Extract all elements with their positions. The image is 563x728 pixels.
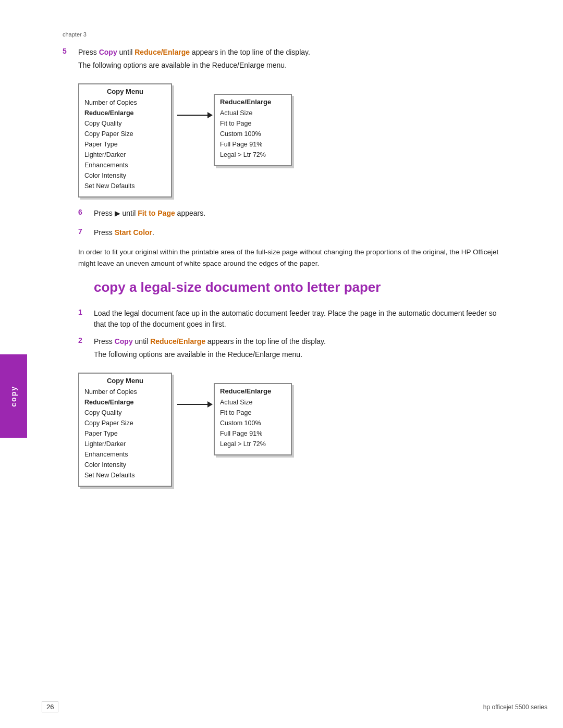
sub1-item-4: Legal > Ltr 72% (220, 150, 286, 160)
copy-menu-box-2: Copy Menu Number of Copies Reduce/Enlarg… (78, 373, 172, 487)
step2s2-text-after: appears in the top line of the display. (205, 337, 326, 346)
sub2-item-3: Full Page 91% (220, 428, 286, 439)
step2s2-reduce-enlarge: Reduce/Enlarge (150, 337, 205, 346)
step-6-text: Press ▶ until Fit to Page appears. (94, 208, 500, 221)
reduce-enlarge-box-1: Reduce/Enlarge Actual Size Fit to Page C… (214, 94, 292, 166)
info-paragraph: In order to fit your original within the… (78, 246, 500, 269)
step6-fit-to-page: Fit to Page (138, 209, 175, 217)
step7-text-after: . (152, 228, 154, 237)
copy-menu-title-2: Copy Menu (84, 377, 166, 385)
arrow-line-2 (177, 404, 209, 405)
step-2-s2-text: Press Copy until Reduce/Enlarge appears … (94, 336, 500, 362)
menu2-item-2: Copy Quality (84, 408, 166, 418)
menu2-item-7: Color Intensity (84, 460, 166, 470)
step-1-s2-text: Load the legal document face up in the a… (94, 308, 500, 330)
step-6: 6 Press ▶ until Fit to Page appears. (78, 208, 500, 221)
step5-subtext: The following options are available in t… (78, 60, 500, 71)
step-5-top-text: Press Copy until Reduce/Enlarge appears … (78, 47, 500, 73)
sub1-item-1: Fit to Page (220, 118, 286, 129)
step2s2-text-before: Press (94, 337, 115, 346)
sub1-item-0: Actual Size (220, 108, 286, 118)
menu1-item-1: Reduce/Enlarge (84, 108, 166, 118)
step6-text-before: Press (94, 209, 115, 217)
menu2-item-6: Enhancements (84, 449, 166, 460)
section-heading: copy a legal-size document onto letter p… (94, 279, 500, 295)
step-7-text: Press Start Color. (94, 227, 500, 240)
step2s2-text-between: until (133, 337, 150, 346)
diagram-1: Copy Menu Number of Copies Reduce/Enlarg… (78, 83, 500, 198)
menu2-item-8: Set New Defaults (84, 470, 166, 480)
sub2-item-4: Legal > Ltr 72% (220, 439, 286, 449)
menu1-item-2: Copy Quality (84, 118, 166, 129)
page-container: copy chapter 3 5 Press Copy until Reduce… (0, 0, 563, 728)
step-6-number: 6 (78, 208, 91, 216)
step2s2-copy-word: Copy (115, 337, 133, 346)
sub2-item-2: Custom 100% (220, 418, 286, 428)
menu2-item-5: Lighter/Darker (84, 439, 166, 449)
sub2-item-1: Fit to Page (220, 408, 286, 418)
side-tab: copy (0, 354, 27, 438)
step-5-top: 5 Press Copy until Reduce/Enlarge appear… (63, 47, 500, 73)
menu1-item-3: Copy Paper Size (84, 129, 166, 139)
side-tab-label: copy (9, 386, 18, 407)
step-2-s2: 2 Press Copy until Reduce/Enlarge appear… (78, 336, 500, 362)
step5-reduce-enlarge: Reduce/Enlarge (134, 48, 190, 56)
step6-text-middle: until (120, 209, 138, 217)
sub1-item-2: Custom 100% (220, 129, 286, 139)
menu1-item-4: Paper Type (84, 139, 166, 150)
reduce-enlarge-box-2: Reduce/Enlarge Actual Size Fit to Page C… (214, 383, 292, 455)
step-7-number: 7 (78, 227, 91, 236)
menu1-item-0: Number of Copies (84, 97, 166, 108)
copy-menu-title-1: Copy Menu (84, 88, 166, 95)
step-2-s2-number: 2 (78, 336, 91, 344)
step6-arrow: ▶ (115, 209, 120, 217)
sub1-item-3: Full Page 91% (220, 139, 286, 150)
page-number: 26 (42, 701, 58, 712)
step5-copy-word: Copy (99, 48, 117, 56)
sub2-item-0: Actual Size (220, 397, 286, 408)
menu1-item-6: Enhancements (84, 160, 166, 170)
step7-start-color: Start Color (115, 228, 152, 237)
step-5-top-number: 5 (63, 47, 75, 55)
step-1-s2-number: 1 (78, 308, 91, 316)
menu1-item-5: Lighter/Darker (84, 150, 166, 160)
step7-text-before: Press (94, 228, 115, 237)
footer-brand: hp officejet 5500 series (483, 704, 547, 711)
step-1-s2: 1 Load the legal document face up in the… (78, 308, 500, 330)
copy-menu-box-1: Copy Menu Number of Copies Reduce/Enlarg… (78, 83, 172, 198)
step5-text-between: until (117, 48, 134, 56)
step-7: 7 Press Start Color. (78, 227, 500, 240)
step5-text-before: Press (78, 48, 99, 56)
chapter-label: chapter 3 (63, 31, 500, 38)
reduce-enlarge-title-2: Reduce/Enlarge (220, 387, 286, 395)
menu1-item-8: Set New Defaults (84, 181, 166, 191)
arrow-line-1 (177, 115, 209, 116)
menu2-item-4: Paper Type (84, 428, 166, 439)
arrow-1 (177, 115, 209, 116)
menu2-item-0: Number of Copies (84, 387, 166, 397)
diagram-2: Copy Menu Number of Copies Reduce/Enlarg… (78, 373, 500, 487)
step6-text-after: appears. (175, 209, 205, 217)
step5-text-after: appears in the top line of the display. (190, 48, 310, 56)
menu1-item-7: Color Intensity (84, 170, 166, 181)
step2s2-subtext: The following options are available in t… (94, 349, 500, 360)
footer: 26 hp officejet 5500 series (0, 701, 563, 712)
menu2-item-3: Copy Paper Size (84, 418, 166, 428)
menu2-item-1: Reduce/Enlarge (84, 397, 166, 408)
reduce-enlarge-title-1: Reduce/Enlarge (220, 98, 286, 106)
arrow-2 (177, 404, 209, 405)
